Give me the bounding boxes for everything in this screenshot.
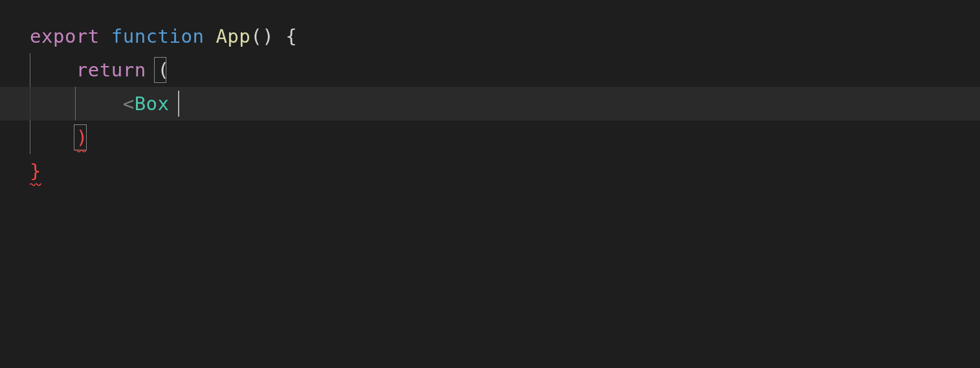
token-punct: ()	[251, 25, 274, 47]
code-editor[interactable]: export function App() { return ( <Box )}	[0, 0, 980, 368]
indent-guide	[30, 121, 30, 154]
token-error: }	[30, 160, 41, 182]
token-kw-function: function	[111, 25, 205, 47]
token-punct	[100, 25, 111, 47]
token-error: )	[76, 126, 88, 148]
token-jsx-name: Box	[135, 93, 170, 115]
token-punct	[274, 25, 285, 47]
token-punct	[170, 93, 181, 115]
token-kw-return: return	[76, 59, 146, 81]
code-line[interactable]: }	[0, 154, 980, 188]
token-punct	[30, 126, 76, 148]
indent-guide	[30, 53, 30, 87]
token-punct: (	[158, 59, 170, 81]
token-punct	[30, 59, 76, 81]
error-squiggle-icon	[75, 149, 87, 153]
token-punct	[204, 25, 216, 47]
code-line[interactable]: return (	[0, 53, 980, 87]
token-punct	[146, 59, 158, 81]
code-line[interactable]: )	[0, 121, 980, 154]
error-squiggle-icon	[30, 183, 41, 187]
indent-guide	[30, 87, 30, 121]
token-punct	[30, 93, 123, 115]
text-cursor	[178, 91, 179, 117]
token-kw-export: export	[30, 25, 100, 47]
code-line[interactable]: export function App() {	[0, 19, 980, 53]
indent-guide	[75, 87, 76, 121]
token-punct: {	[285, 25, 297, 47]
code-line[interactable]: <Box	[0, 87, 980, 121]
token-jsx-angle: <	[123, 93, 135, 115]
token-fn-name: App	[216, 25, 251, 47]
